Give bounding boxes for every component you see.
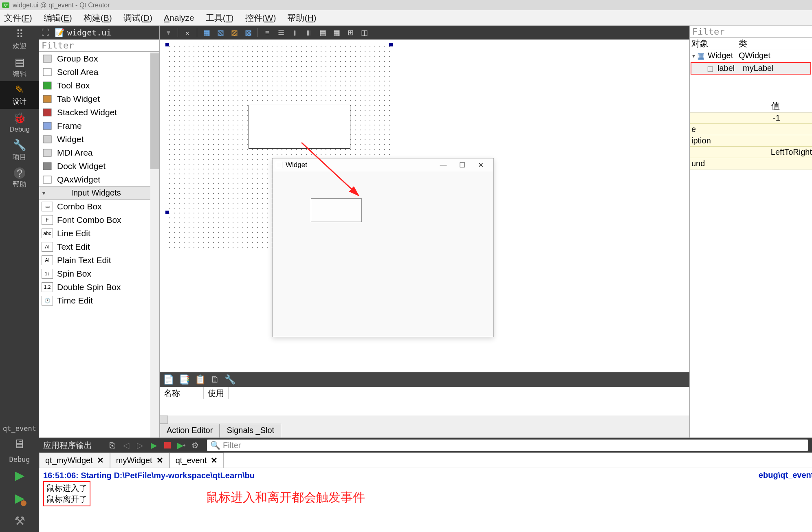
layout-vert-split-icon[interactable]: ⫼ bbox=[303, 27, 315, 38]
output-tab-1[interactable]: myWidget✕ bbox=[110, 453, 169, 468]
build-button[interactable]: ⚒ bbox=[0, 509, 39, 532]
widget-item[interactable]: Scroll Area bbox=[39, 65, 150, 79]
next-icon[interactable]: ▷ bbox=[134, 440, 145, 451]
menu-help[interactable]: 帮助(H) bbox=[287, 12, 316, 24]
running-window-body[interactable] bbox=[273, 171, 493, 337]
new-action-icon[interactable]: 📄 bbox=[163, 374, 174, 385]
property-header-value[interactable]: 值 bbox=[771, 100, 780, 112]
menu-build[interactable]: 构建(B) bbox=[84, 12, 112, 24]
property-row[interactable]: e bbox=[690, 124, 812, 135]
edit-widgets-icon[interactable]: ▦ bbox=[200, 27, 213, 38]
property-row[interactable]: LeftToRight bbox=[690, 147, 812, 158]
widget-item[interactable]: abcLine Edit bbox=[39, 226, 150, 240]
prev-icon[interactable]: ◁ bbox=[121, 440, 131, 451]
widget-item[interactable]: ▭Combo Box bbox=[39, 200, 150, 213]
close-icon[interactable]: ✕ bbox=[181, 27, 194, 38]
menu-widgets[interactable]: 控件(W) bbox=[245, 12, 276, 24]
close-button[interactable]: ✕ bbox=[471, 161, 490, 169]
action-header-used[interactable]: 使用 bbox=[204, 387, 229, 399]
widget-item[interactable]: MDI Area bbox=[39, 146, 150, 159]
widget-item[interactable]: 1↕Spin Box bbox=[39, 267, 150, 280]
resize-handle[interactable] bbox=[389, 43, 393, 46]
open-file-name[interactable]: widget.ui bbox=[67, 28, 111, 37]
edit-taborder-icon[interactable]: ▩ bbox=[242, 27, 254, 38]
label-widget[interactable] bbox=[249, 105, 350, 149]
minimize-button[interactable]: — bbox=[434, 161, 453, 169]
close-icon[interactable]: ✕ bbox=[156, 455, 163, 465]
mode-edit[interactable]: ▤编辑 bbox=[0, 53, 39, 81]
action-hscrollbar[interactable] bbox=[160, 415, 689, 424]
output-body[interactable]: 16:51:06: Starting D:\PetFile\my-workspa… bbox=[39, 468, 812, 532]
adjust-size-icon[interactable]: ◫ bbox=[358, 27, 370, 38]
property-row[interactable]: und bbox=[690, 158, 812, 169]
widget-item[interactable]: Tab Widget bbox=[39, 92, 150, 106]
stop-output-icon[interactable] bbox=[162, 440, 173, 451]
run-button[interactable]: ▶ bbox=[0, 464, 39, 486]
expand-icon[interactable]: ⛶ bbox=[42, 28, 50, 37]
widget-item[interactable]: AIPlain Text Edit bbox=[39, 253, 150, 267]
close-icon[interactable]: ✕ bbox=[97, 455, 104, 465]
widget-item[interactable]: Group Box bbox=[39, 52, 150, 65]
break-layout-icon[interactable]: ⊞ bbox=[344, 27, 356, 38]
menu-tools[interactable]: 工具(T) bbox=[206, 12, 234, 24]
widget-item[interactable]: FFont Combo Box bbox=[39, 213, 150, 226]
object-header-name[interactable]: 对象 bbox=[690, 38, 739, 50]
property-header-name[interactable] bbox=[690, 100, 771, 112]
property-row[interactable]: iption bbox=[690, 135, 812, 147]
expand-icon[interactable]: ▾ bbox=[690, 53, 697, 59]
layout-vert-icon[interactable]: ☰ bbox=[275, 27, 287, 38]
layout-horiz-split-icon[interactable]: ⫿ bbox=[289, 27, 301, 38]
resize-handle[interactable] bbox=[165, 43, 169, 46]
action-list[interactable] bbox=[160, 399, 689, 424]
menu-file[interactable]: 文件(F) bbox=[4, 12, 32, 24]
running-widget-window[interactable]: Widget — ☐ ✕ bbox=[272, 158, 494, 337]
widget-section-header[interactable]: Input Widgets bbox=[39, 186, 150, 200]
attach-icon[interactable]: ⎘ bbox=[107, 440, 117, 451]
mode-projects[interactable]: 🔧项目 bbox=[0, 136, 39, 164]
widget-list[interactable]: Group BoxScroll AreaTool BoxTab WidgetSt… bbox=[39, 52, 150, 437]
widget-item[interactable]: Dock Widget bbox=[39, 159, 150, 173]
mode-welcome[interactable]: ⠿欢迎 bbox=[0, 26, 39, 53]
delete-action-icon[interactable]: 🗎 bbox=[211, 374, 220, 385]
run-output-icon[interactable]: ▶ bbox=[148, 440, 159, 451]
widget-item[interactable]: QAxWidget bbox=[39, 173, 150, 186]
layout-grid-icon[interactable]: ▦ bbox=[330, 27, 343, 38]
mode-design[interactable]: ✎设计 bbox=[0, 81, 39, 109]
menu-analyze[interactable]: Analyze bbox=[164, 13, 194, 23]
menu-debug[interactable]: 调试(D) bbox=[123, 12, 152, 24]
widget-item[interactable]: AIText Edit bbox=[39, 240, 150, 253]
settings-icon[interactable]: ⚙ bbox=[190, 440, 200, 451]
copy-action-icon[interactable]: 📑 bbox=[179, 374, 190, 385]
output-tab-2[interactable]: qt_event✕ bbox=[169, 453, 224, 468]
output-filter-input[interactable]: 🔍 Filter bbox=[207, 440, 808, 451]
menubar[interactable]: 文件(F) 编辑(E) 构建(B) 调试(D) Analyze 工具(T) 控件… bbox=[0, 10, 812, 26]
property-row[interactable]: -1 bbox=[690, 112, 812, 124]
paste-action-icon[interactable]: 📋 bbox=[195, 374, 206, 385]
edit-signals-icon[interactable]: ▧ bbox=[214, 27, 227, 38]
widget-item[interactable]: 🕐Time Edit bbox=[39, 294, 150, 307]
running-label[interactable] bbox=[311, 198, 362, 222]
running-window-titlebar[interactable]: Widget — ☐ ✕ bbox=[273, 158, 493, 171]
object-inspector[interactable]: 对象 类 ▾ ▦ Widget QWidget ◻ bbox=[690, 38, 812, 75]
object-header-class[interactable]: 类 bbox=[739, 38, 747, 50]
maximize-button[interactable]: ☐ bbox=[453, 161, 471, 169]
menu-edit[interactable]: 编辑(E) bbox=[44, 12, 72, 24]
configure-action-icon[interactable]: 🔧 bbox=[224, 374, 235, 385]
object-filter-input[interactable]: Filter bbox=[690, 26, 812, 38]
kit-selector[interactable]: 🖥 bbox=[0, 433, 39, 455]
resize-handle[interactable] bbox=[165, 211, 169, 214]
rerun-icon[interactable]: ▶+ bbox=[176, 440, 187, 451]
debug-run-button[interactable]: ▶⬤ bbox=[0, 486, 39, 509]
object-row-widget[interactable]: ▾ ▦ Widget QWidget bbox=[690, 50, 812, 61]
mode-help[interactable]: ?帮助 bbox=[0, 164, 39, 192]
close-icon[interactable]: ✕ bbox=[211, 455, 218, 465]
output-tab-0[interactable]: qt_myWidget✕ bbox=[39, 453, 110, 468]
widget-list-scrollbar[interactable] bbox=[150, 52, 159, 437]
property-editor[interactable]: 值 -1eiptionLeftToRightund bbox=[690, 100, 812, 437]
dropdown-icon[interactable]: ▾ bbox=[162, 27, 174, 38]
widget-filter-input[interactable]: Filter bbox=[39, 40, 159, 52]
edit-buddies-icon[interactable]: ▨ bbox=[228, 27, 240, 38]
layout-horiz-icon[interactable]: ≡ bbox=[261, 27, 273, 38]
widget-item[interactable]: Frame bbox=[39, 119, 150, 132]
tab-action-editor[interactable]: Action Editor bbox=[160, 424, 220, 437]
